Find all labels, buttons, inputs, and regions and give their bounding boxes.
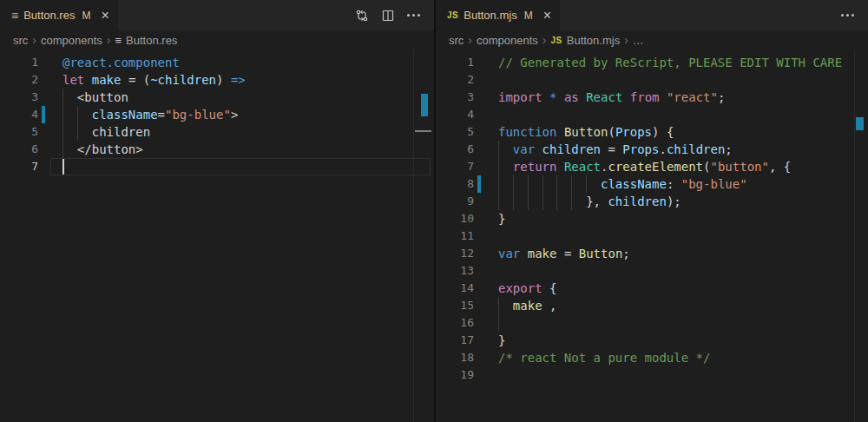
overview-ruler-border [854, 49, 855, 422]
breadcrumb-item-components[interactable]: components [477, 34, 538, 47]
indent-guide [62, 106, 63, 123]
line-number[interactable]: 10 [436, 210, 474, 227]
code-line[interactable]: 7 return React.createElement("button", { [436, 158, 868, 175]
line-number[interactable]: 13 [436, 262, 474, 280]
code-line[interactable]: 6 var children = Props.children; [436, 141, 868, 158]
code-line[interactable]: 6 </button> [0, 141, 434, 158]
code-line[interactable]: 11 [436, 227, 868, 245]
indent-guide [498, 297, 499, 314]
indent-guide [62, 141, 63, 158]
code-line[interactable]: 12var make = Button; [436, 245, 868, 262]
line-number[interactable]: 15 [436, 297, 474, 314]
breadcrumb-item-components[interactable]: components [41, 34, 102, 47]
code-text [498, 106, 868, 123]
editor-actions [841, 0, 868, 30]
line-number[interactable]: 5 [0, 123, 38, 141]
breadcrumb-item-src[interactable]: src [449, 34, 464, 47]
line-number[interactable]: 2 [436, 71, 474, 89]
code-line[interactable]: 1// Generated by ReScript, PLEASE EDIT W… [436, 54, 868, 71]
close-icon[interactable]: × [543, 9, 551, 23]
code-token [520, 247, 527, 260]
code-token: var [513, 142, 535, 156]
line-number[interactable]: 14 [436, 280, 474, 297]
code-editor-button-mjs: 1// Generated by ReScript, PLEASE EDIT W… [436, 49, 868, 422]
code-token: React [564, 160, 601, 174]
code-token: // Generated by ReScript, PLEASE EDIT WI… [498, 56, 842, 69]
line-number[interactable]: 1 [436, 54, 474, 71]
more-actions-icon[interactable] [841, 14, 854, 16]
code-token: children [542, 142, 601, 156]
code-text [498, 262, 868, 280]
code-line[interactable]: 10} [436, 210, 868, 227]
tab-button-res[interactable]: ≡ Button.res M × [0, 0, 118, 30]
code-line[interactable]: 3import * as React from "react"; [436, 89, 868, 106]
code-line[interactable]: 2let make = (~children) => [0, 71, 434, 89]
code-line[interactable]: 15 make , [436, 297, 868, 314]
breadcrumb-item-more[interactable]: … [633, 34, 644, 47]
indent-guide [498, 175, 499, 193]
code-token: "react" [667, 90, 718, 104]
line-number[interactable]: 4 [436, 106, 474, 123]
line-number[interactable]: 1 [0, 54, 38, 71]
open-changes-icon[interactable] [355, 9, 369, 23]
line-number[interactable]: 3 [436, 89, 474, 106]
code-line[interactable]: 14export { [436, 280, 868, 297]
line-number[interactable]: 3 [0, 89, 38, 106]
line-number[interactable]: 16 [436, 314, 474, 332]
line-number[interactable]: 7 [436, 158, 474, 175]
line-number[interactable]: 11 [436, 227, 474, 245]
line-number[interactable]: 18 [436, 349, 474, 366]
code-text: children [62, 123, 434, 141]
breadcrumb-item-src[interactable]: src [13, 34, 28, 47]
line-number[interactable]: 6 [436, 141, 474, 158]
indent-guide [513, 193, 514, 210]
vscode-editor-workbench: ≡ Button.res M × [0, 0, 868, 422]
breadcrumb-item-file[interactable]: Button.res [126, 34, 177, 47]
code-token: make [528, 247, 557, 260]
code-line[interactable]: 1@react.component [0, 54, 434, 71]
code-line[interactable]: 4 [436, 106, 868, 123]
tab-button-mjs[interactable]: JS Button.mjs M × [436, 0, 560, 30]
overview-ruler-border [413, 49, 414, 422]
more-actions-icon[interactable] [407, 14, 420, 16]
code-line[interactable]: 3 <button [0, 89, 434, 106]
code-token: } [498, 333, 505, 347]
breadcrumb-item-file[interactable]: Button.mjs [567, 34, 620, 47]
indent-guide [62, 89, 63, 106]
line-number[interactable]: 4 [0, 106, 38, 123]
git-modified-badge: M [82, 10, 90, 22]
split-editor-icon[interactable] [381, 9, 395, 23]
line-number[interactable]: 6 [0, 141, 38, 158]
code-line[interactable]: 16 [436, 314, 868, 332]
line-number[interactable]: 2 [0, 71, 38, 89]
code-line[interactable]: 13 [436, 262, 868, 280]
code-text: return React.createElement("button", { [498, 158, 868, 175]
code-line[interactable]: 5function Button(Props) { [436, 123, 868, 141]
code-text: var children = Props.children; [498, 141, 868, 158]
code-text [498, 71, 868, 89]
git-modified-gutter-marker [42, 106, 45, 123]
code-line[interactable]: 2 [436, 71, 868, 89]
code-line[interactable]: 7 [0, 158, 434, 175]
line-number[interactable]: 7 [0, 158, 38, 175]
text-cursor [62, 159, 64, 175]
line-number[interactable]: 19 [436, 366, 474, 384]
code-text: } [498, 332, 868, 349]
line-number[interactable]: 9 [436, 193, 474, 210]
line-number[interactable]: 12 [436, 245, 474, 262]
code-line[interactable]: 18/* react Not a pure module */ [436, 349, 868, 366]
code-line[interactable]: 9 }, children); [436, 193, 868, 210]
line-number[interactable]: 5 [436, 123, 474, 141]
code-line[interactable]: 17} [436, 332, 868, 349]
code-token: ~children [150, 73, 216, 87]
code-line[interactable]: 19 [436, 366, 868, 384]
line-number[interactable]: 8 [436, 175, 474, 193]
code-token: make [513, 299, 542, 313]
code-line[interactable]: 8 className: "bg-blue" [436, 175, 868, 193]
close-icon[interactable]: × [101, 9, 108, 23]
line-number[interactable]: 17 [436, 332, 474, 349]
code-line[interactable]: 4 className="bg-blue"> [0, 106, 434, 123]
code-token: function [498, 125, 556, 139]
code-token: > [231, 108, 238, 122]
code-line[interactable]: 5 children [0, 123, 434, 141]
